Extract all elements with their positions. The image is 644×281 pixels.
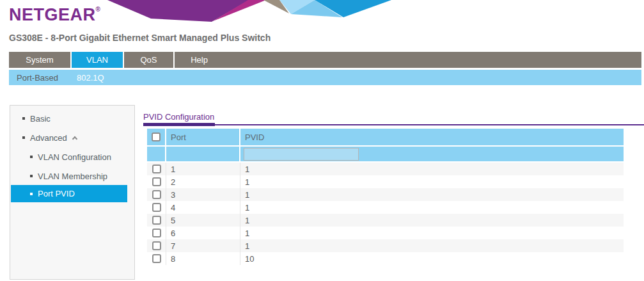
table-header-row: Port PVID bbox=[147, 129, 624, 145]
table-body: 1 1 2 1 3 1 4 1 5 1 bbox=[147, 163, 624, 265]
row-checkbox-cell bbox=[147, 227, 166, 239]
sidebar-item-label: Port PVID bbox=[38, 189, 75, 198]
sidebar-item-vlan-configuration[interactable]: VLAN Configuration bbox=[11, 150, 127, 163]
sidebar-item-advanced[interactable]: Advanced bbox=[11, 131, 127, 144]
row-checkbox-cell bbox=[147, 163, 166, 175]
table-row: 2 1 bbox=[147, 175, 624, 188]
row-checkbox-cell bbox=[147, 252, 166, 265]
input-row-checkbox-cell bbox=[147, 147, 166, 161]
sidebar-item-vlan-membership[interactable]: VLAN Membership bbox=[11, 170, 127, 182]
row-checkbox-cell bbox=[147, 175, 166, 188]
pvid-input[interactable] bbox=[244, 148, 359, 161]
row-checkbox[interactable] bbox=[152, 190, 161, 199]
sidebar-item-basic[interactable]: Basic bbox=[11, 112, 127, 125]
header-decoration-polygons bbox=[102, 0, 397, 22]
row-checkbox[interactable] bbox=[152, 229, 161, 237]
bullet-icon bbox=[30, 175, 33, 177]
pvid-cell: 1 bbox=[240, 175, 624, 188]
subnav-item-port-based[interactable]: Port-Based bbox=[9, 73, 66, 83]
table-input-row bbox=[147, 147, 624, 161]
header-checkbox-cell bbox=[147, 129, 166, 145]
tab-qos[interactable]: QoS bbox=[123, 52, 173, 68]
row-checkbox[interactable] bbox=[152, 177, 161, 186]
row-checkbox[interactable] bbox=[152, 203, 161, 212]
port-cell: 4 bbox=[166, 201, 240, 214]
table-row: 7 1 bbox=[147, 239, 624, 252]
row-checkbox-cell bbox=[147, 188, 166, 201]
select-all-checkbox[interactable] bbox=[152, 132, 161, 141]
title-rule bbox=[143, 124, 644, 125]
column-header-pvid: PVID bbox=[240, 129, 624, 145]
registered-trademark: ® bbox=[96, 6, 101, 13]
row-checkbox[interactable] bbox=[152, 254, 161, 263]
port-cell: 3 bbox=[166, 188, 240, 201]
port-cell: 6 bbox=[166, 227, 240, 239]
tab-vlan[interactable]: VLAN bbox=[70, 52, 123, 68]
input-row-pvid-cell bbox=[240, 147, 624, 161]
sidebar-item-label: VLAN Configuration bbox=[38, 152, 111, 162]
pvid-cell: 1 bbox=[240, 201, 624, 214]
netgear-logo: NETGEAR® bbox=[9, 5, 100, 25]
device-title: GS308E - 8-Port Gigabit Ethernet Smart M… bbox=[9, 33, 271, 43]
section-title: PVID Configuration bbox=[143, 112, 214, 122]
pvid-table: Port PVID 1 1 2 1 3 1 bbox=[147, 129, 624, 265]
row-checkbox-cell bbox=[147, 201, 166, 214]
sidebar-item-label: VLAN Membership bbox=[38, 172, 107, 181]
tab-help[interactable]: Help bbox=[173, 52, 224, 68]
sub-nav: Port-Based 802.1Q bbox=[9, 70, 641, 85]
page: NETGEAR® GS308E - 8-Port Gigabit Etherne… bbox=[0, 0, 644, 281]
table-row: 8 10 bbox=[147, 252, 624, 265]
netgear-logo-text: NETGEAR bbox=[9, 5, 96, 24]
title-rule-accent bbox=[143, 123, 215, 126]
bullet-icon bbox=[22, 117, 25, 120]
port-cell: 7 bbox=[166, 239, 240, 252]
table-row: 1 1 bbox=[147, 163, 624, 175]
port-cell: 5 bbox=[166, 214, 240, 227]
row-checkbox[interactable] bbox=[152, 241, 161, 250]
pvid-cell: 1 bbox=[240, 163, 624, 175]
table-row: 3 1 bbox=[147, 188, 624, 201]
sidebar-item-port-pvid[interactable]: Port PVID bbox=[11, 185, 127, 202]
row-checkbox-cell bbox=[147, 239, 166, 252]
pvid-cell: 1 bbox=[240, 227, 624, 239]
main-nav: System VLAN QoS Help bbox=[9, 52, 641, 68]
tab-system[interactable]: System bbox=[9, 52, 70, 68]
pvid-cell: 10 bbox=[240, 252, 624, 265]
table-row: 5 1 bbox=[147, 214, 624, 227]
sidebar-item-label: Basic bbox=[30, 114, 51, 124]
pvid-cell: 1 bbox=[240, 188, 624, 201]
pvid-cell: 1 bbox=[240, 214, 624, 227]
sidebar-item-label: Advanced bbox=[30, 133, 67, 143]
port-cell: 8 bbox=[166, 252, 240, 265]
column-header-port: Port bbox=[166, 129, 240, 145]
row-checkbox[interactable] bbox=[152, 216, 161, 225]
row-checkbox-cell bbox=[147, 214, 166, 227]
port-cell: 2 bbox=[166, 175, 240, 188]
bullet-icon bbox=[22, 136, 25, 139]
subnav-item-8021q[interactable]: 802.1Q bbox=[66, 73, 112, 83]
table-row: 4 1 bbox=[147, 201, 624, 214]
port-cell: 1 bbox=[166, 163, 240, 175]
input-row-port-cell bbox=[166, 147, 240, 161]
bullet-icon bbox=[30, 156, 33, 158]
table-row: 6 1 bbox=[147, 227, 624, 239]
pvid-cell: 1 bbox=[240, 239, 624, 252]
collapse-caret-icon bbox=[72, 136, 77, 141]
sidebar: Basic Advanced VLAN Configuration VLAN M… bbox=[10, 105, 135, 280]
row-checkbox[interactable] bbox=[152, 165, 161, 173]
bullet-icon bbox=[30, 193, 33, 195]
